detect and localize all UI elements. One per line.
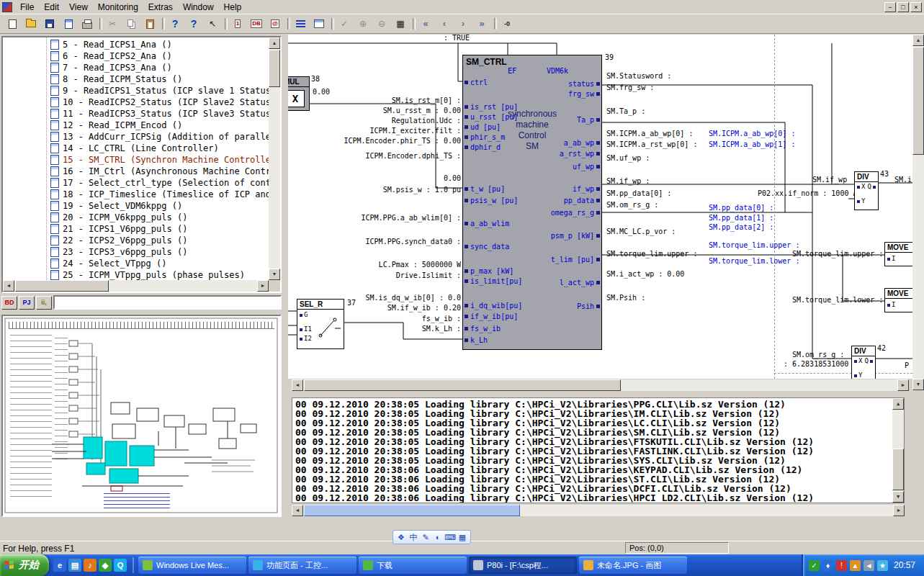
- scroll-right-icon[interactable]: ►: [893, 505, 905, 516]
- export-icon[interactable]: [60, 16, 77, 32]
- task-button[interactable]: 未命名.JPG - 画图: [579, 557, 687, 574]
- scroll-down-icon[interactable]: ▼: [269, 269, 280, 280]
- pin-is_limit[interactable]: is_limit[pu]: [465, 278, 522, 285]
- menu-item[interactable]: Help: [219, 1, 247, 14]
- pin-fs_w_ib[interactable]: fs_w_ib: [465, 325, 501, 333]
- scroll-up-icon[interactable]: ▲: [912, 35, 924, 46]
- tree-item[interactable]: 6 - Read_ICPS2_Ana (): [3, 50, 269, 62]
- zoom-out-icon[interactable]: ⊖: [373, 16, 390, 32]
- pin-k_Lh[interactable]: k_Lh: [465, 337, 488, 344]
- pin-psm_p[interactable]: psm_p [kW]: [551, 233, 600, 240]
- pin-i_dq_wib[interactable]: i_dq_wib[pu]: [465, 302, 522, 310]
- scrollbar-thumb[interactable]: [304, 379, 621, 391]
- task-button[interactable]: Windows Live Mes...: [138, 557, 246, 574]
- start-button[interactable]: 开始: [0, 554, 49, 576]
- ime-pen-icon[interactable]: ✎: [420, 531, 431, 543]
- search-input[interactable]: [53, 295, 282, 310]
- ime-lang-icon[interactable]: ❖: [395, 531, 407, 543]
- tree-item[interactable]: 16 - IM_Ctrl (Asynchronous Machine Contr…: [3, 166, 269, 177]
- scrollbar-thumb[interactable]: [304, 505, 520, 516]
- ii-button[interactable]: ii,: [36, 296, 52, 310]
- context-help-icon[interactable]: ?: [185, 16, 202, 32]
- tree-item[interactable]: 17 - Select_ctrl_type (Selection of cont…: [3, 177, 269, 189]
- pin-frg_sw[interactable]: frg_sw: [568, 91, 600, 98]
- scroll-right-icon[interactable]: ►: [257, 280, 269, 292]
- copy-icon[interactable]: [122, 16, 140, 32]
- div-block-42[interactable]: DIV X Q Y: [851, 346, 876, 379]
- pin-X[interactable]: X: [854, 358, 862, 364]
- pj-button[interactable]: PJ: [19, 296, 35, 310]
- pin-I2[interactable]: I2: [300, 336, 312, 342]
- pin-Y[interactable]: Y: [854, 372, 862, 379]
- pin-t_lim[interactable]: t_lim [pu]: [551, 256, 600, 264]
- canvas-vertical-scrollbar[interactable]: ▲ ▼: [912, 35, 924, 390]
- pin-dphir_d[interactable]: dphir_d: [465, 144, 501, 151]
- tree-item[interactable]: 11 - ReadICPS3_Status (ICP Slave3 Status…: [3, 108, 269, 120]
- nav-next-icon[interactable]: ›: [454, 16, 472, 32]
- log-vertical-scrollbar[interactable]: ▲ ▼: [892, 398, 904, 503]
- scroll-down-icon[interactable]: ▼: [892, 491, 904, 503]
- tree-item[interactable]: 10 - ReadICPS2_Status (ICP Slave2 Status…: [3, 96, 269, 108]
- scroll-down-icon[interactable]: ▼: [912, 379, 924, 390]
- watch-icon[interactable]: -0: [498, 16, 516, 32]
- ime-halfwidth-icon[interactable]: ◐: [432, 531, 444, 543]
- nav-first-icon[interactable]: «: [417, 16, 434, 32]
- scrollbar-thumb[interactable]: [892, 449, 904, 490]
- menu-item[interactable]: Window: [178, 1, 219, 14]
- menu-item[interactable]: Edit: [39, 1, 64, 14]
- menu-item[interactable]: Monitoring: [93, 1, 143, 14]
- mul-block[interactable]: MUL X: [288, 76, 310, 111]
- scrollbar-thumb[interactable]: [912, 47, 924, 155]
- canvas-horizontal-scrollbar[interactable]: ◄ ►: [292, 379, 909, 391]
- tree-item[interactable]: 25 - ICPM_VTppg_puls (phase pulses): [3, 269, 269, 280]
- cut-icon[interactable]: ✂: [104, 16, 121, 32]
- zoom-in-icon[interactable]: ⊕: [354, 16, 372, 32]
- pin-a_ab_wp[interactable]: a_ab_wp: [564, 140, 600, 147]
- pin-if_wp[interactable]: if_wp: [573, 186, 600, 193]
- select-arrow-icon[interactable]: ↖: [204, 16, 221, 32]
- pin-ctrl[interactable]: ctrl: [465, 79, 488, 86]
- save-icon[interactable]: [41, 16, 58, 32]
- scrollbar-thumb[interactable]: [15, 280, 109, 292]
- tree-item[interactable]: 14 - LC_CTRL (Line Controller): [3, 143, 269, 154]
- tray-volume-icon[interactable]: ◄: [864, 560, 874, 571]
- ime-toolbox-icon[interactable]: ▦: [457, 531, 468, 543]
- pin-Y[interactable]: Y: [857, 198, 865, 204]
- quick-launch-qq[interactable]: Q: [114, 559, 127, 572]
- pin-if_w_ib[interactable]: if_w_ib[pu]: [465, 313, 518, 320]
- pin-a_rst_wp[interactable]: a_rst_wp: [560, 150, 600, 158]
- online-at-icon[interactable]: @: [266, 16, 284, 32]
- pin-phir_s_m[interactable]: phir_s_m: [465, 134, 505, 141]
- move-block-upper[interactable]: MOVE I: [884, 242, 912, 266]
- pin-Q[interactable]: Q: [865, 358, 873, 364]
- bd-button[interactable]: BD: [1, 296, 17, 310]
- pin-t_w[interactable]: t_w [pu]: [465, 186, 505, 193]
- pin-p_max[interactable]: p_max [kW]: [465, 268, 513, 275]
- ime-language-bar[interactable]: ❖中✎◐⌨▦: [393, 530, 471, 544]
- quick-launch-ie[interactable]: e: [53, 559, 66, 572]
- move-block-lower[interactable]: MOVE I: [884, 288, 912, 312]
- restore-button[interactable]: □: [897, 2, 909, 12]
- div-block-43[interactable]: DIV X Q Y: [854, 171, 879, 210]
- pin-psis_w[interactable]: psis_w [pu]: [465, 197, 518, 204]
- pin-G[interactable]: G: [300, 312, 308, 318]
- pin-status[interactable]: status: [568, 81, 600, 88]
- tree-vertical-scrollbar[interactable]: ▲ ▼: [269, 37, 280, 280]
- tray-alert-icon[interactable]: !: [836, 560, 847, 571]
- pin-X[interactable]: X: [857, 184, 865, 190]
- tree-item[interactable]: 21 - ICPS1_V6ppg_puls (): [3, 223, 269, 235]
- pin-uf_wp[interactable]: uf_wp: [573, 163, 600, 171]
- tray-network-icon[interactable]: ★: [877, 560, 888, 571]
- pin-Ta_p[interactable]: Ta_p: [577, 117, 600, 124]
- grid-icon[interactable]: ▦: [392, 16, 409, 32]
- schematic-canvas[interactable]: : TRUE SM_CTRL EF VDM6k synchronous mach…: [288, 35, 912, 379]
- open-icon[interactable]: [22, 16, 40, 32]
- pin-u_rsst[interactable]: u_rsst [pu]: [465, 114, 518, 121]
- tray-update-icon[interactable]: ♦: [822, 560, 833, 571]
- tree-item[interactable]: 15 - SM_CTRL (Synchron Machine Controlle…: [3, 154, 269, 166]
- pin-I1[interactable]: I1: [300, 326, 312, 333]
- menu-item[interactable]: File: [15, 1, 39, 14]
- tree-item[interactable]: 8 - Read_ICPM_Status (): [3, 73, 269, 85]
- log-horizontal-scrollbar[interactable]: ◄ ►: [292, 505, 905, 516]
- task-button[interactable]: 功能页面 - 工控...: [248, 557, 356, 574]
